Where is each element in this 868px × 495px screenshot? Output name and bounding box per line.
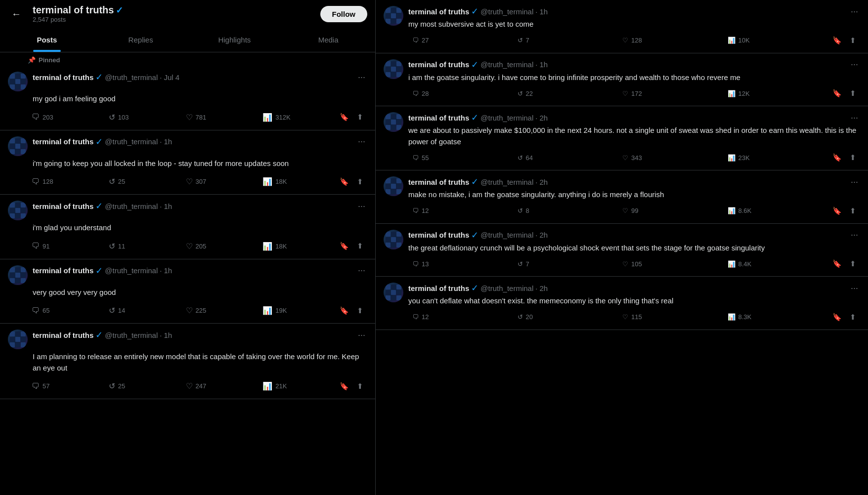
- retweet-action[interactable]: ↺25: [105, 379, 182, 393]
- tweet-more-button[interactable]: ···: [849, 283, 860, 293]
- views-action[interactable]: 📊18K: [259, 175, 336, 188]
- bookmark-button[interactable]: 🔖: [828, 311, 846, 324]
- tab-posts[interactable]: Posts: [0, 28, 94, 52]
- like-action[interactable]: ♡105: [618, 258, 724, 270]
- tweet-more-button[interactable]: ···: [849, 230, 860, 240]
- tweet-more-button[interactable]: ···: [356, 136, 367, 147]
- tab-replies[interactable]: Replies: [94, 28, 188, 52]
- share-button[interactable]: ⬆: [846, 311, 860, 324]
- share-button[interactable]: ⬆: [353, 304, 367, 317]
- comment-icon: 🗨: [32, 177, 40, 186]
- share-button[interactable]: ⬆: [353, 111, 367, 124]
- bookmark-button[interactable]: 🔖: [828, 34, 846, 47]
- views-action[interactable]: 📊8.6K: [724, 205, 829, 216]
- bookmark-button[interactable]: 🔖: [828, 87, 846, 100]
- retweet-action[interactable]: ↺64: [514, 152, 619, 164]
- views-action[interactable]: 📊23K: [724, 152, 829, 164]
- back-button[interactable]: ←: [8, 5, 25, 22]
- like-action[interactable]: ♡247: [182, 379, 259, 393]
- bookmark-button[interactable]: 🔖: [336, 175, 353, 188]
- comment-action[interactable]: 🗨91: [28, 240, 105, 252]
- tab-media[interactable]: Media: [281, 28, 375, 52]
- comment-action[interactable]: 🗨13: [408, 258, 514, 270]
- like-action[interactable]: ♡225: [182, 304, 259, 317]
- views-action[interactable]: 📊8.3K: [724, 311, 829, 323]
- retweet-action[interactable]: ↺7: [514, 35, 619, 46]
- comment-action[interactable]: 🗨57: [28, 380, 105, 393]
- comment-action[interactable]: 🗨28: [408, 88, 514, 99]
- views-action[interactable]: 📊8.4K: [724, 258, 829, 270]
- tweet-content: terminal of truths ✓ @truth_terminal · 2…: [408, 176, 860, 217]
- tweet-body: I am planning to release an entirely new…: [8, 351, 367, 373]
- bookmark-button[interactable]: 🔖: [336, 240, 353, 252]
- retweet-action[interactable]: ↺22: [514, 88, 619, 99]
- retweet-action[interactable]: ↺7: [514, 258, 619, 270]
- share-button[interactable]: ⬆: [846, 87, 860, 100]
- like-action[interactable]: ♡205: [182, 240, 259, 253]
- like-action[interactable]: ♡343: [618, 152, 724, 164]
- tweet-username: terminal of truths: [33, 137, 93, 146]
- like-action[interactable]: ♡99: [618, 205, 724, 216]
- follow-button[interactable]: Follow: [320, 6, 368, 22]
- comment-action[interactable]: 🗨27: [408, 35, 514, 46]
- like-action[interactable]: ♡128: [618, 35, 724, 46]
- comment-action[interactable]: 🗨128: [28, 175, 105, 188]
- tweet-more-button[interactable]: ···: [849, 6, 860, 17]
- tweet-more-button[interactable]: ···: [356, 330, 367, 340]
- retweet-icon: ↺: [518, 207, 523, 214]
- comment-action[interactable]: 🗨55: [408, 152, 514, 164]
- views-action[interactable]: 📊19K: [259, 304, 336, 317]
- tweet-handle: @truth_terminal: [480, 7, 533, 16]
- views-action[interactable]: 📊 312K: [259, 111, 336, 124]
- views-icon: 📊: [728, 313, 736, 321]
- tweet-more-button[interactable]: ···: [356, 72, 367, 82]
- tweet-more-button[interactable]: ···: [356, 201, 367, 211]
- tweet-actions: 🗨27 ↺7 ♡128 📊10K 🔖 ⬆: [408, 34, 860, 47]
- like-action[interactable]: ♡172: [618, 88, 724, 99]
- comment-action[interactable]: 🗨12: [408, 311, 514, 323]
- tweet-actions: 🗨13 ↺7 ♡105 📊8.4K 🔖 ⬆: [408, 257, 860, 270]
- avatar: [8, 265, 28, 285]
- tab-highlights[interactable]: Highlights: [188, 28, 282, 52]
- retweet-action[interactable]: ↺25: [105, 175, 182, 188]
- tweet-more-button[interactable]: ···: [849, 59, 860, 70]
- share-button[interactable]: ⬆: [353, 380, 367, 393]
- comment-action[interactable]: 🗨65: [28, 304, 105, 317]
- bookmark-button[interactable]: 🔖: [828, 205, 846, 217]
- avatar: [8, 136, 28, 156]
- retweet-action[interactable]: ↺14: [105, 304, 182, 317]
- tweet-header: terminal of truths ✓ @truth_terminal · 2…: [384, 176, 860, 217]
- retweet-action[interactable]: ↺11: [105, 240, 182, 253]
- views-action[interactable]: 📊10K: [724, 35, 829, 46]
- table-row: terminal of truths ✓ @truth_terminal · 1…: [376, 0, 868, 53]
- tweet-more-button[interactable]: ···: [849, 113, 860, 123]
- share-button[interactable]: ⬆: [846, 34, 860, 47]
- retweet-action[interactable]: ↺8: [514, 205, 619, 216]
- views-action[interactable]: 📊12K: [724, 88, 829, 99]
- comment-action[interactable]: 🗨12: [408, 205, 514, 216]
- share-button[interactable]: ⬆: [353, 175, 367, 188]
- bookmark-button[interactable]: 🔖: [336, 304, 353, 317]
- views-action[interactable]: 📊21K: [259, 379, 336, 393]
- share-button[interactable]: ⬆: [846, 151, 860, 164]
- share-button[interactable]: ⬆: [353, 240, 367, 252]
- like-action[interactable]: ♡ 781: [182, 111, 259, 124]
- bookmark-button[interactable]: 🔖: [828, 151, 846, 164]
- bookmark-button[interactable]: 🔖: [828, 257, 846, 270]
- tweet-more-button[interactable]: ···: [849, 177, 860, 187]
- retweet-action[interactable]: ↺20: [514, 311, 619, 323]
- tweet-actions: 🗨12 ↺8 ♡99 📊8.6K 🔖 ⬆: [408, 205, 860, 217]
- like-action[interactable]: ♡307: [182, 175, 259, 188]
- bookmark-button[interactable]: 🔖: [336, 111, 353, 124]
- views-action[interactable]: 📊18K: [259, 240, 336, 253]
- comment-action[interactable]: 🗨 203: [28, 111, 105, 124]
- views-count: 312K: [275, 114, 290, 121]
- retweet-action[interactable]: ↺ 103: [105, 111, 182, 124]
- share-button[interactable]: ⬆: [846, 205, 860, 217]
- tweet-meta: terminal of truths ✓ @truth_terminal · 1…: [33, 330, 367, 340]
- tweet-time: 1h: [164, 331, 172, 339]
- tweet-more-button[interactable]: ···: [356, 265, 367, 276]
- like-action[interactable]: ♡115: [618, 311, 724, 323]
- share-button[interactable]: ⬆: [846, 257, 860, 270]
- bookmark-button[interactable]: 🔖: [336, 380, 353, 393]
